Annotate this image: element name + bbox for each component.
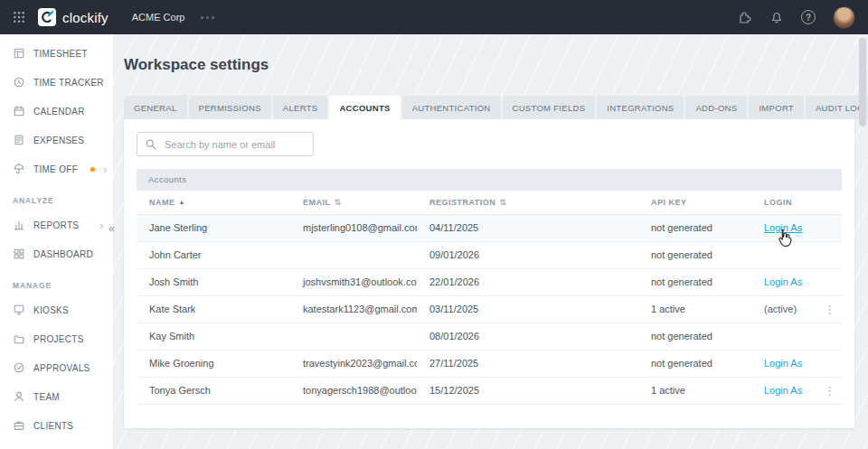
clockify-logo-icon xyxy=(38,8,56,26)
sidebar-item-label: CLIENTS xyxy=(33,421,73,431)
column-registration[interactable]: REGISTRATION⇅ xyxy=(417,191,638,214)
cell-api-key: not generated xyxy=(638,214,751,241)
tab-alerts[interactable]: ALERTS xyxy=(273,96,328,119)
column-email[interactable]: EMAIL⇅ xyxy=(290,191,417,214)
scrollbar-thumb[interactable] xyxy=(859,38,866,126)
cell-name: Jane Sterling xyxy=(137,214,290,241)
tab-permissions[interactable]: PERMISSIONS xyxy=(189,96,271,119)
chevron-right-icon: › xyxy=(103,164,108,175)
timesheet-icon xyxy=(13,47,25,60)
cell-email: mjsterling0108@gmail.com xyxy=(290,214,417,241)
help-icon[interactable]: ? xyxy=(801,10,816,24)
cell-email: katestark1123@gmail.com xyxy=(290,295,417,323)
sidebar-section-manage: MANAGE xyxy=(0,268,113,295)
sidebar-item-label: KIOSKS xyxy=(33,305,69,315)
kebab-menu-icon[interactable]: ⋮ xyxy=(820,304,839,315)
sidebar-item-tags[interactable]: TAGS xyxy=(0,440,113,449)
table-row[interactable]: Mike Groening travestyink2023@gmail.com … xyxy=(137,350,842,377)
sidebar-item-projects[interactable]: PROJECTS xyxy=(0,324,113,353)
notifications-bell-icon[interactable] xyxy=(769,10,784,24)
table-row[interactable]: Kate Stark katestark1123@gmail.com 03/11… xyxy=(137,295,842,323)
integrations-puzzle-icon[interactable] xyxy=(738,10,752,24)
cell-email xyxy=(290,323,417,350)
calendar-icon xyxy=(13,105,25,117)
sidebar-item-label: CALENDAR xyxy=(33,107,85,117)
cell-api-key: not generated xyxy=(638,241,751,268)
sidebar-item-time-tracker[interactable]: TIME TRACKER xyxy=(0,68,113,97)
column-actions xyxy=(816,191,842,214)
table-row[interactable]: Josh Smith joshvsmith31@outlook.com 22/0… xyxy=(137,268,842,295)
user-avatar[interactable] xyxy=(833,6,855,29)
sidebar-item-label: PROJECTS xyxy=(33,334,84,344)
cell-api-key: 1 active xyxy=(638,295,751,323)
tab-integrations[interactable]: INTEGRATIONS xyxy=(597,96,684,119)
search-icon xyxy=(145,138,157,151)
login-status: (active) xyxy=(764,304,797,314)
cell-name: John Carter xyxy=(137,241,290,268)
sidebar-item-team[interactable]: TEAM xyxy=(0,382,113,411)
table-row[interactable]: Kay Smith 08/01/2026 not generated xyxy=(137,323,842,350)
workspace-selector[interactable]: ACME Corp xyxy=(132,12,185,23)
apps-grid-icon[interactable] xyxy=(13,11,25,23)
expenses-icon xyxy=(13,134,25,146)
top-bar: clockify ACME Corp ? xyxy=(0,0,868,34)
sidebar-item-dashboard[interactable]: DASHBOARD xyxy=(0,239,113,268)
sort-icon: ⇅ xyxy=(499,198,506,207)
kebab-menu-icon[interactable]: ⋮ xyxy=(820,385,839,397)
clockify-logo[interactable]: clockify xyxy=(38,8,108,26)
new-badge-dot xyxy=(90,167,95,172)
cell-registration: 27/11/2025 xyxy=(417,350,638,377)
cell-registration: 22/01/2026 xyxy=(417,268,638,295)
brand-name: clockify xyxy=(62,10,108,25)
main-content: Workspace settings GENERAL PERMISSIONS A… xyxy=(113,34,868,449)
sidebar-item-reports[interactable]: REPORTS › xyxy=(0,210,113,239)
cell-api-key: not generated xyxy=(638,323,751,350)
tab-accounts[interactable]: ACCOUNTS xyxy=(329,96,400,119)
cell-api-key: not generated xyxy=(638,350,751,377)
login-as-link[interactable]: Login As xyxy=(764,385,802,396)
column-name[interactable]: NAME▲ xyxy=(137,191,290,214)
search-input[interactable] xyxy=(137,132,314,156)
cell-email: tonyagersch1988@outlook... xyxy=(290,377,417,404)
more-options-icon[interactable] xyxy=(197,13,217,23)
approvals-check-icon xyxy=(13,361,25,374)
dashboard-icon xyxy=(13,248,25,260)
tab-add-ons[interactable]: ADD-ONS xyxy=(685,96,747,119)
table-row[interactable]: Tonya Gersch tonyagersch1988@outlook... … xyxy=(137,377,842,404)
column-api-key: API KEY xyxy=(638,191,751,214)
tab-custom-fields[interactable]: CUSTOM FIELDS xyxy=(503,96,596,119)
tab-authentication[interactable]: AUTHENTICATION xyxy=(402,96,501,119)
sidebar-item-label: EXPENSES xyxy=(33,136,84,145)
cell-email: joshvsmith31@outlook.com xyxy=(290,268,417,295)
sidebar-item-calendar[interactable]: CALENDAR xyxy=(0,97,113,126)
sidebar-collapse-button[interactable]: « xyxy=(105,220,118,237)
table-row[interactable]: John Carter 09/01/2026 not generated xyxy=(137,241,842,268)
login-as-link[interactable]: Login As xyxy=(764,222,802,233)
sidebar-item-kiosks[interactable]: KIOSKS xyxy=(0,295,113,324)
column-login: LOGIN xyxy=(751,191,816,214)
sidebar-item-clients[interactable]: CLIENTS xyxy=(0,411,113,440)
cell-name: Mike Groening xyxy=(137,350,290,377)
sidebar-item-timesheet[interactable]: TIMESHEET xyxy=(0,39,113,68)
cell-name: Kate Stark xyxy=(137,295,290,323)
cell-registration: 15/12/2025 xyxy=(417,377,638,404)
cell-registration: 03/11/2025 xyxy=(417,295,638,323)
sort-ascending-icon: ▲ xyxy=(179,199,185,205)
table-header-row: NAME▲ EMAIL⇅ REGISTRATION⇅ API KEY LOGIN xyxy=(137,191,842,214)
sidebar-item-label: TEAM xyxy=(33,392,60,402)
accounts-table: NAME▲ EMAIL⇅ REGISTRATION⇅ API KEY LOGIN… xyxy=(137,191,842,405)
sidebar-item-expenses[interactable]: EXPENSES xyxy=(0,126,113,154)
accounts-card: Accounts NAME▲ EMAIL⇅ REGISTRATION⇅ API … xyxy=(124,119,854,428)
kiosk-icon xyxy=(13,304,25,316)
sidebar-item-label: TIME OFF xyxy=(33,164,78,174)
sidebar-item-label: TIMESHEET xyxy=(33,49,88,59)
cell-registration: 08/01/2026 xyxy=(417,323,638,350)
sidebar-item-approvals[interactable]: APPROVALS xyxy=(0,353,113,382)
tab-general[interactable]: GENERAL xyxy=(124,96,187,119)
tab-import[interactable]: IMPORT xyxy=(749,96,804,119)
login-as-link[interactable]: Login As xyxy=(764,276,802,287)
login-as-link[interactable]: Login As xyxy=(764,358,802,369)
panel-title: Accounts xyxy=(137,169,842,191)
sidebar-item-time-off[interactable]: TIME OFF › xyxy=(0,154,113,183)
table-row[interactable]: Jane Sterling mjsterling0108@gmail.com 0… xyxy=(137,214,842,241)
